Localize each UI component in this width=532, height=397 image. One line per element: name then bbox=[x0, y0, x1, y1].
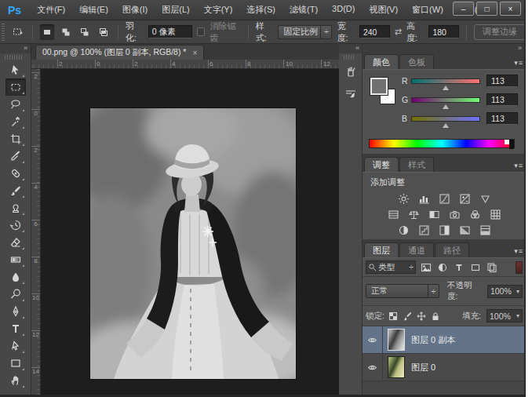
blue-slider[interactable] bbox=[411, 116, 480, 122]
close-tab-icon[interactable]: × bbox=[192, 49, 197, 57]
filter-pixel-layers-icon[interactable] bbox=[420, 261, 432, 274]
layer-name[interactable]: 图层 0 bbox=[411, 362, 435, 373]
menu-item-3d[interactable]: 3D(D) bbox=[326, 1, 361, 19]
adjustments-panel-menu-icon[interactable]: ▾≡ bbox=[514, 162, 523, 169]
layer-thumbnail[interactable] bbox=[388, 329, 405, 351]
black-swatch[interactable] bbox=[509, 140, 514, 149]
blend-mode-select[interactable]: 正常 ÷ bbox=[366, 284, 439, 298]
filter-type-layers-icon[interactable] bbox=[453, 261, 465, 274]
posterize-icon[interactable] bbox=[417, 224, 431, 237]
photo-filter-icon[interactable] bbox=[447, 208, 461, 221]
toolbar-grip[interactable] bbox=[5, 55, 23, 60]
dodge-tool[interactable] bbox=[5, 286, 26, 303]
style-select[interactable]: 固定比例 ÷ bbox=[278, 25, 332, 39]
lock-image-pixels-icon[interactable] bbox=[402, 310, 413, 322]
blue-value-input[interactable]: 113 bbox=[486, 112, 518, 125]
document-tab[interactable]: 00.png @ 100% (图层 0 副本, RGB/8) * × bbox=[35, 45, 204, 60]
layer-filter-toggle[interactable] bbox=[516, 261, 523, 274]
blue-slider-thumb[interactable] bbox=[443, 123, 449, 128]
vibrance-icon[interactable] bbox=[478, 192, 492, 206]
spinner-icon[interactable]: ÷ bbox=[320, 26, 331, 38]
filter-type-select[interactable]: 类型 ÷ bbox=[366, 260, 416, 274]
lock-transparent-pixels-icon[interactable] bbox=[388, 310, 399, 322]
red-value-input[interactable]: 113 bbox=[486, 75, 518, 87]
tab-paths[interactable]: 路径 bbox=[435, 242, 469, 257]
tool-preset-picker[interactable] bbox=[11, 24, 25, 40]
add-selection-mode-button[interactable] bbox=[59, 24, 73, 40]
feather-input[interactable]: 0 像素 bbox=[148, 25, 193, 38]
tab-adjustments[interactable]: 调整 bbox=[364, 157, 399, 172]
history-brush-tool[interactable] bbox=[5, 217, 26, 234]
dock-grip[interactable] bbox=[344, 55, 354, 60]
gradient-tool[interactable] bbox=[5, 251, 26, 268]
lock-all-icon[interactable] bbox=[430, 310, 441, 322]
width-input[interactable]: 240 bbox=[359, 25, 390, 38]
height-input[interactable]: 180 bbox=[428, 25, 459, 38]
layer-row-0[interactable]: 图层 0 副本 bbox=[363, 326, 526, 354]
menu-item-window[interactable]: 窗口(W) bbox=[406, 1, 450, 19]
selective-color-icon[interactable] bbox=[478, 224, 492, 237]
path-selection-tool[interactable] bbox=[5, 337, 26, 355]
lasso-tool[interactable] bbox=[5, 96, 26, 113]
exposure-icon[interactable] bbox=[457, 192, 472, 206]
color-lookup-icon[interactable] bbox=[488, 208, 502, 221]
gradient-map-icon[interactable] bbox=[457, 224, 472, 237]
layer-name[interactable]: 图层 0 副本 bbox=[411, 334, 455, 346]
options-bar-grip[interactable] bbox=[2, 24, 5, 41]
menu-item-edit[interactable]: 编辑(E) bbox=[73, 1, 115, 19]
menu-item-select[interactable]: 选择(S) bbox=[240, 1, 282, 19]
opacity-input[interactable]: 100% ▾ bbox=[487, 285, 523, 298]
tab-layers[interactable]: 图层 bbox=[364, 242, 399, 257]
minimize-button[interactable]: – bbox=[453, 2, 474, 16]
menu-item-file[interactable]: 文件(F) bbox=[31, 1, 71, 19]
menu-item-filter[interactable]: 滤镜(T) bbox=[283, 1, 324, 19]
menu-item-image[interactable]: 图像(I) bbox=[116, 1, 154, 19]
layer-visibility-toggle[interactable] bbox=[363, 326, 383, 353]
blur-tool[interactable] bbox=[5, 268, 26, 286]
document-image[interactable] bbox=[90, 108, 296, 379]
horizontal-ruler[interactable]: 2 0 2 4 6 8 10 12 bbox=[31, 60, 339, 69]
threshold-icon[interactable] bbox=[437, 224, 451, 237]
fill-input[interactable]: 100% ▾ bbox=[486, 309, 523, 322]
menu-item-view[interactable]: 视图(V) bbox=[363, 1, 404, 19]
clone-stamp-tool[interactable] bbox=[5, 199, 26, 217]
tab-styles[interactable]: 样式 bbox=[399, 157, 434, 172]
color-spectrum-ramp[interactable] bbox=[369, 139, 515, 148]
magic-wand-tool[interactable] bbox=[5, 113, 26, 130]
move-tool[interactable] bbox=[5, 61, 26, 78]
filter-smart-object-icon[interactable] bbox=[486, 261, 498, 274]
subtract-selection-mode-button[interactable] bbox=[78, 24, 92, 40]
tab-swatches[interactable]: 色板 bbox=[399, 54, 434, 69]
intersect-selection-mode-button[interactable] bbox=[97, 24, 111, 40]
brush-presets-icon[interactable] bbox=[341, 62, 360, 81]
channel-mixer-icon[interactable] bbox=[468, 208, 482, 221]
foreground-color-swatch[interactable] bbox=[370, 78, 388, 95]
red-slider[interactable] bbox=[411, 78, 480, 84]
filter-adjustment-layers-icon[interactable] bbox=[436, 261, 449, 274]
close-button[interactable]: × bbox=[500, 2, 521, 16]
menu-item-layer[interactable]: 图层(L) bbox=[155, 1, 195, 19]
dropdown-icon[interactable]: ▾ bbox=[516, 312, 519, 319]
refine-edge-button[interactable]: 调整边缘 bbox=[474, 24, 526, 40]
black-white-icon[interactable] bbox=[427, 208, 441, 221]
brightness-contrast-icon[interactable] bbox=[396, 192, 410, 206]
rectangle-tool[interactable] bbox=[5, 355, 26, 372]
eraser-tool[interactable] bbox=[5, 234, 26, 251]
rectangular-marquee-tool[interactable] bbox=[5, 78, 26, 96]
type-tool[interactable] bbox=[5, 320, 26, 337]
filter-shape-layers-icon[interactable] bbox=[469, 261, 482, 274]
dropdown-icon[interactable]: ▾ bbox=[516, 288, 519, 295]
tab-color[interactable]: 颜色 bbox=[364, 54, 399, 69]
layer-visibility-toggle[interactable] bbox=[363, 354, 383, 381]
swap-dimensions-icon[interactable]: ⇄ bbox=[395, 27, 402, 37]
crop-tool[interactable] bbox=[5, 130, 26, 148]
green-slider-thumb[interactable] bbox=[443, 104, 449, 109]
canvas-pasteboard[interactable] bbox=[41, 69, 339, 397]
color-balance-icon[interactable] bbox=[406, 208, 421, 221]
eyedropper-tool[interactable] bbox=[5, 148, 26, 165]
invert-icon[interactable] bbox=[396, 224, 410, 237]
pen-tool[interactable] bbox=[5, 303, 26, 320]
panels-collapse-icon[interactable]: » bbox=[363, 44, 526, 53]
curves-icon[interactable] bbox=[437, 192, 451, 206]
healing-brush-tool[interactable] bbox=[5, 165, 26, 182]
